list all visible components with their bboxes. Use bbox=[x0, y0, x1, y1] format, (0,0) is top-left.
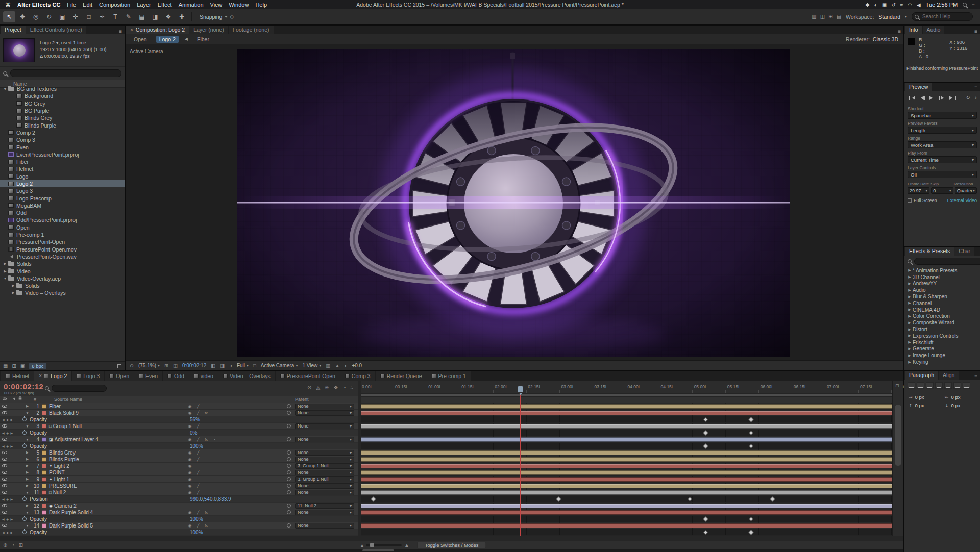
visibility-toggle[interactable] bbox=[0, 423, 9, 430]
stopwatch-icon[interactable] bbox=[22, 444, 27, 448]
colorsync-icon[interactable]: ✱ bbox=[865, 2, 869, 8]
next-frame-button[interactable] bbox=[938, 94, 946, 101]
pickwhip-icon[interactable] bbox=[287, 457, 291, 461]
tab-character[interactable]: Char bbox=[954, 247, 974, 256]
property-track-row[interactable] bbox=[361, 529, 892, 536]
first-frame-button[interactable] bbox=[908, 94, 916, 101]
switch-icon[interactable]: ◉ bbox=[188, 477, 192, 482]
time-machine-icon[interactable]: ↺ bbox=[891, 2, 895, 8]
pickwhip-icon[interactable] bbox=[287, 484, 291, 488]
horizontal-scrollbar-thumb[interactable] bbox=[362, 549, 394, 551]
framerate-col-value[interactable]: Quarter▾ bbox=[955, 187, 977, 194]
preview-option-dropdown[interactable]: Length▾ bbox=[908, 127, 977, 134]
disclosure-icon[interactable]: ▶ bbox=[2, 262, 8, 266]
project-item[interactable]: Even bbox=[0, 143, 125, 150]
timeline-tab[interactable]: Open bbox=[105, 371, 134, 381]
pan-behind-tool[interactable]: ✛ bbox=[69, 11, 82, 22]
layer-row[interactable]: ▶10PRESSURE◉╱None▾ bbox=[0, 483, 358, 489]
effects-category[interactable]: ▶CINEMA 4D bbox=[904, 307, 980, 313]
preview-option-dropdown[interactable]: Spacebar▾ bbox=[908, 112, 977, 119]
disclosure-icon[interactable]: ▶ bbox=[906, 328, 913, 332]
launch-app-icon[interactable]: ▥ bbox=[812, 14, 816, 19]
layer-name[interactable]: POINT bbox=[49, 470, 65, 475]
solo-toggle[interactable] bbox=[9, 509, 16, 516]
switch-icon[interactable]: ╱ bbox=[196, 457, 200, 462]
timeline-search-input[interactable] bbox=[52, 385, 107, 392]
zoom-out-icon[interactable]: ▴ bbox=[361, 542, 363, 548]
parent-dropdown[interactable]: None▾ bbox=[295, 423, 354, 429]
pen-tool[interactable]: ✒ bbox=[96, 11, 108, 22]
keyframe-navigator[interactable]: ◀ ◆ ▶ bbox=[0, 517, 22, 521]
label-color-swatch[interactable] bbox=[42, 504, 46, 508]
switch-icon[interactable]: ╱ bbox=[196, 523, 200, 528]
layer-row[interactable]: ▶8POINT◉╱None▾ bbox=[0, 469, 358, 476]
camera-tool[interactable]: ▣ bbox=[56, 11, 68, 22]
parent-dropdown[interactable]: None▾ bbox=[295, 490, 354, 495]
effects-category[interactable]: ▶Blur & Sharpen bbox=[904, 293, 980, 300]
tab-paragraph[interactable]: Paragraph bbox=[905, 371, 938, 380]
puppet-pin-tool[interactable]: ✚ bbox=[176, 11, 188, 22]
twirl-icon[interactable]: ▶ bbox=[23, 484, 31, 488]
number-column-header[interactable]: # bbox=[34, 397, 36, 402]
new-composition-icon[interactable]: ▣ bbox=[20, 363, 25, 369]
switch-icon[interactable]: ╱ bbox=[196, 404, 200, 409]
project-search-input[interactable] bbox=[10, 69, 121, 77]
layer-track-row[interactable] bbox=[361, 503, 892, 509]
draft-3d-icon[interactable]: ◬ bbox=[316, 385, 320, 390]
label-color-swatch[interactable] bbox=[42, 477, 46, 482]
pickwhip-icon[interactable] bbox=[287, 523, 291, 528]
project-item[interactable]: Logo 3 bbox=[0, 187, 125, 194]
layer-switches-icon[interactable]: ◔ bbox=[11, 542, 14, 548]
tab-layer[interactable]: Layer (none) bbox=[189, 26, 228, 34]
panel-menu-icon[interactable]: ≡ bbox=[116, 29, 125, 34]
property-value[interactable]: 960.0,540.0,833.9 bbox=[190, 496, 231, 502]
switch-icon[interactable]: ◉ bbox=[188, 470, 192, 475]
solo-toggle[interactable] bbox=[9, 410, 16, 416]
property-row[interactable]: ◀ ◆ ▶Position960.0,540.0,833.9 bbox=[0, 496, 358, 503]
project-item[interactable]: Odd/PressurePoint.prproj bbox=[0, 216, 125, 223]
property-track-row[interactable] bbox=[361, 516, 892, 522]
property-row[interactable]: ◀ ◆ ▶Opacity100% bbox=[0, 443, 358, 449]
layer-duration-bar[interactable] bbox=[361, 490, 892, 495]
vertical-scrollbar[interactable] bbox=[895, 405, 901, 466]
layer-duration-bar[interactable] bbox=[361, 464, 892, 468]
disclosure-icon[interactable]: ▶ bbox=[10, 291, 16, 295]
property-value[interactable]: 100% bbox=[190, 443, 203, 449]
project-item[interactable]: Logo-Precomp bbox=[0, 194, 125, 202]
disclosure-icon[interactable]: ▼ bbox=[2, 87, 8, 91]
project-item[interactable]: BG Purple bbox=[0, 107, 125, 114]
twirl-icon[interactable]: ▼ bbox=[23, 411, 31, 415]
volume-icon[interactable]: ◀ bbox=[917, 2, 921, 8]
justify-last-right-button[interactable] bbox=[953, 382, 961, 389]
property-track-row[interactable] bbox=[361, 443, 892, 449]
switch-icon[interactable]: ╱ bbox=[196, 450, 200, 455]
layer-track-row[interactable] bbox=[361, 522, 892, 529]
disclosure-icon[interactable]: ▶ bbox=[906, 288, 913, 292]
pickwhip-icon[interactable] bbox=[287, 477, 291, 481]
source-name-column-header[interactable]: Source Name bbox=[54, 397, 82, 402]
lock-toggle[interactable] bbox=[16, 463, 23, 469]
notification-center-icon[interactable]: ≡ bbox=[972, 2, 975, 8]
layer-track-row[interactable] bbox=[361, 423, 892, 430]
disclosure-icon[interactable]: ▶ bbox=[906, 354, 913, 358]
effects-category[interactable]: ▶Audio bbox=[904, 287, 980, 293]
project-item[interactable]: PressurePoint-Open.wav bbox=[0, 253, 125, 260]
twirl-icon[interactable]: ▶ bbox=[23, 504, 31, 508]
lock-toggle[interactable] bbox=[16, 522, 23, 529]
align-right-button[interactable] bbox=[926, 382, 934, 389]
project-item[interactable]: Logo 2 bbox=[0, 180, 125, 187]
effects-category[interactable]: ▶Distort bbox=[904, 326, 980, 333]
external-video-link[interactable]: External Video bbox=[947, 198, 977, 203]
graph-editor-icon[interactable]: ≈ bbox=[351, 385, 354, 390]
twirl-icon[interactable]: ▼ bbox=[23, 524, 31, 528]
tab-audio[interactable]: Audio bbox=[923, 26, 945, 34]
solo-toggle[interactable] bbox=[9, 476, 16, 483]
layer-duration-bar[interactable] bbox=[361, 437, 892, 442]
parent-dropdown[interactable]: None▾ bbox=[295, 457, 354, 462]
stopwatch-icon[interactable] bbox=[22, 517, 27, 521]
composition-canvas[interactable] bbox=[237, 49, 790, 357]
project-item[interactable]: Blinds Grey bbox=[0, 114, 125, 121]
creative-cloud-icon[interactable]: ◐ bbox=[874, 2, 877, 8]
disclosure-icon[interactable]: ▶ bbox=[906, 308, 913, 312]
effects-category[interactable]: ▶Image Lounge bbox=[904, 352, 980, 359]
